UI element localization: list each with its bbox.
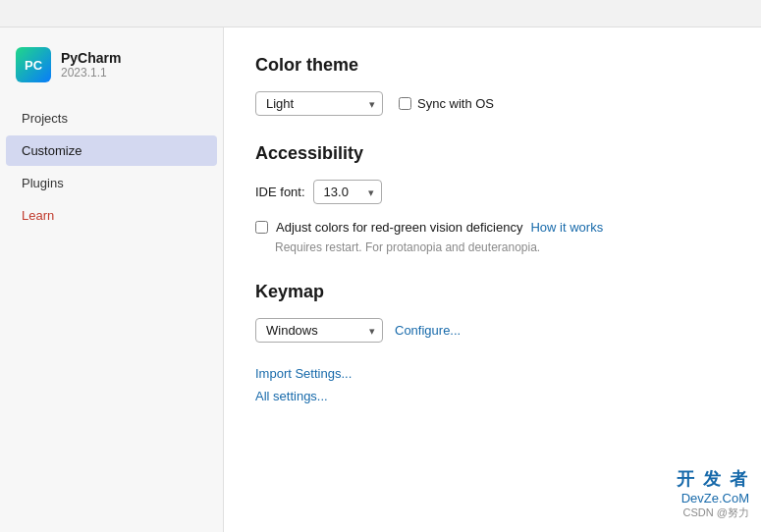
font-row: IDE font: 11.0 12.0 13.0 14.0 16.0 ▾ <box>255 180 730 204</box>
how-it-works-link[interactable]: How it works <box>530 220 603 235</box>
font-size-select-wrapper: 11.0 12.0 13.0 14.0 16.0 ▾ <box>313 180 382 204</box>
keymap-select[interactable]: Windows macOS Linux Eclipse NetBeans <box>255 318 383 343</box>
app-version: 2023.1.1 <box>61 66 121 80</box>
ide-font-label: IDE font: <box>255 185 305 199</box>
color-theme-title: Color theme <box>255 55 730 76</box>
sidebar-item-plugins[interactable]: Plugins <box>6 168 217 198</box>
main-container: PC PyCharm 2023.1.1 Projects Customize P… <box>0 27 761 532</box>
sidebar-item-learn[interactable]: Learn <box>6 200 217 231</box>
sidebar-nav: Projects Customize Plugins Learn <box>0 102 223 232</box>
sidebar-item-projects[interactable]: Projects <box>6 103 217 133</box>
app-logo-icon: PC <box>16 47 51 82</box>
app-name: PyCharm <box>61 50 121 66</box>
color-adjust-label[interactable]: Adjust colors for red-green vision defic… <box>276 220 522 235</box>
keymap-title: Keymap <box>255 282 730 302</box>
color-adjust-checkbox[interactable] <box>255 221 268 234</box>
accessibility-section: Accessibility IDE font: 11.0 12.0 13.0 1… <box>255 143 730 254</box>
sync-os-checkbox[interactable] <box>399 97 411 110</box>
keymap-select-wrapper: Windows macOS Linux Eclipse NetBeans ▾ <box>255 318 383 343</box>
theme-row: Light Dark High Contrast ▾ Sync with OS <box>255 91 730 116</box>
theme-select[interactable]: Light Dark High Contrast <box>255 91 383 116</box>
sync-os-row: Sync with OS <box>399 96 494 111</box>
top-bar <box>0 0 761 27</box>
bottom-links: Import Settings... All settings... <box>255 366 730 403</box>
color-adjust-row: Adjust colors for red-green vision defic… <box>255 220 730 235</box>
sidebar-item-customize[interactable]: Customize <box>6 135 217 166</box>
color-theme-section: Color theme Light Dark High Contrast ▾ S… <box>255 55 730 116</box>
logo-area: PC PyCharm 2023.1.1 <box>0 43 223 102</box>
accessibility-title: Accessibility <box>255 143 730 164</box>
font-size-select[interactable]: 11.0 12.0 13.0 14.0 16.0 <box>313 180 382 204</box>
keymap-section: Keymap Windows macOS Linux Eclipse NetBe… <box>255 282 730 343</box>
sidebar: PC PyCharm 2023.1.1 Projects Customize P… <box>0 27 224 532</box>
accessibility-hint: Requires restart. For protanopia and deu… <box>275 240 730 254</box>
main-content: Color theme Light Dark High Contrast ▾ S… <box>224 27 761 532</box>
logo-text-area: PyCharm 2023.1.1 <box>61 50 121 80</box>
all-settings-link[interactable]: All settings... <box>255 389 730 403</box>
configure-link[interactable]: Configure... <box>395 323 461 338</box>
import-settings-link[interactable]: Import Settings... <box>255 366 730 381</box>
theme-select-wrapper: Light Dark High Contrast ▾ <box>255 91 383 116</box>
keymap-row: Windows macOS Linux Eclipse NetBeans ▾ C… <box>255 318 730 343</box>
sync-os-label[interactable]: Sync with OS <box>417 96 494 111</box>
